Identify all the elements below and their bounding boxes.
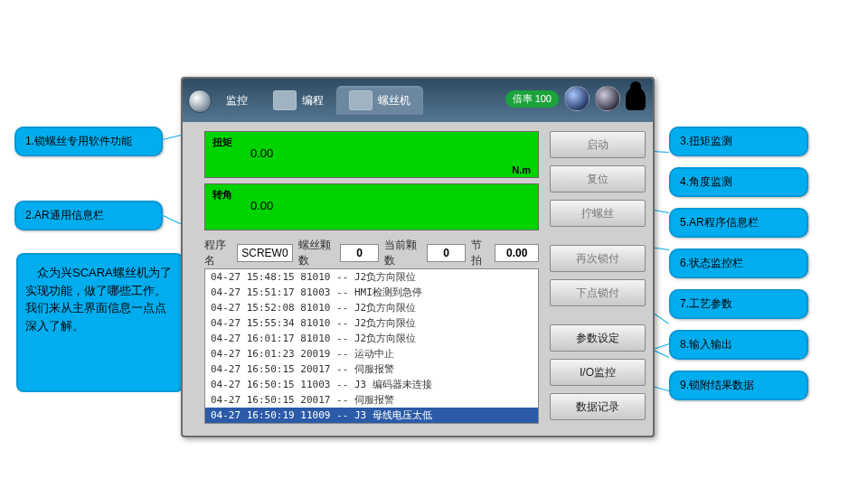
angle-value: 0.00	[250, 199, 273, 212]
total-value: 0	[340, 244, 380, 262]
torque-value: 0.00	[250, 146, 273, 160]
callout-4: 4.角度监测	[669, 167, 808, 197]
prog-name-value[interactable]: SCREW0	[237, 244, 292, 262]
angle-label: 转角	[212, 188, 232, 202]
reset-button[interactable]: 复位	[550, 165, 646, 192]
feed-button[interactable]: 拧螺丝	[550, 200, 646, 227]
total-label: 螺丝颗数	[298, 238, 335, 268]
log-row[interactable]: 04-27 15:51:17 81003 -- HMI检测到急停	[205, 285, 538, 300]
again-button[interactable]: 再次锁付	[550, 245, 646, 272]
callout-9: 9.锁附结果数据	[669, 371, 808, 400]
tab-program[interactable]: 编程	[260, 86, 336, 115]
hmi-titlebar: 监控 编程 螺丝机 倍率 100	[183, 79, 653, 122]
io-button[interactable]: I/O监控	[550, 359, 646, 386]
callout-3: 3.扭矩监测	[669, 127, 808, 156]
callout-2: 2.AR通用信息栏	[14, 201, 163, 230]
data-button[interactable]: 数据记录	[550, 393, 646, 420]
ct-value: 0.00	[495, 244, 539, 262]
tab-monitor[interactable]: 监控	[213, 86, 260, 115]
rate-pill[interactable]: 倍率 100	[505, 90, 559, 108]
log-row[interactable]: 04-27 15:52:08 81010 -- J2负方向限位	[205, 300, 538, 315]
gear-icon	[188, 89, 212, 113]
params-button[interactable]: 参数设定	[550, 324, 646, 352]
current-value: 0	[427, 244, 467, 262]
log-row-selected[interactable]: 04-27 16:50:19 11009 -- J3 母线电压太低	[205, 408, 538, 423]
screw-icon	[349, 90, 373, 110]
status-orb-icon	[564, 86, 590, 111]
user-icon[interactable]	[626, 87, 646, 110]
log-row[interactable]: 04-27 16:50:15 11003 -- J3 编码器未连接	[205, 377, 538, 392]
hmi-window: 监控 编程 螺丝机 倍率 100 扭矩 0.00 N.m 转角 0.00	[181, 77, 655, 437]
prog-name-label: 程序名	[204, 238, 231, 268]
log-row[interactable]: 04-27 16:01:23 20019 -- 运动中止	[205, 346, 538, 361]
orb2-icon	[595, 86, 620, 111]
torque-unit: N.m	[512, 164, 531, 175]
log-row[interactable]: 04-27 16:50:15 20017 -- 伺服报警	[205, 361, 538, 377]
angle-panel: 转角 0.00	[204, 183, 539, 230]
callout-5: 5.AR程序信息栏	[669, 208, 808, 238]
next-button[interactable]: 下点锁付	[550, 279, 646, 306]
callout-7: 7.工艺参数	[669, 289, 808, 319]
torque-panel: 扭矩 0.00 N.m	[204, 131, 539, 178]
callout-1: 1.锁螺丝专用软件功能	[14, 127, 163, 156]
ct-label: 节拍	[471, 238, 489, 268]
log-row[interactable]: 04-27 15:55:34 81010 -- J2负方向限位	[205, 315, 538, 331]
status-log[interactable]: 04-27 15:48:15 81010 -- J2负方向限位 04-27 15…	[204, 268, 539, 424]
start-button[interactable]: 启动	[550, 131, 646, 158]
log-row[interactable]: 04-27 16:01:17 81010 -- J2负方向限位	[205, 331, 538, 346]
callout-8: 8.输入输出	[669, 330, 808, 360]
current-label: 当前颗数	[384, 238, 420, 268]
torque-label: 扭矩	[212, 136, 232, 149]
description-box: 众为兴SCARA螺丝机为了实现功能，做了哪些工作。我们来从主界面信息一点点深入了…	[16, 253, 184, 392]
callout-6: 6.状态监控栏	[669, 249, 808, 278]
program-info-row: 程序名 SCREW0 螺丝颗数 0 当前颗数 0 节拍 0.00	[204, 243, 539, 263]
log-row[interactable]: 04-27 15:48:15 81010 -- J2负方向限位	[205, 269, 538, 285]
program-icon	[273, 90, 297, 110]
log-row[interactable]: 04-27 16:50:15 20017 -- 伺服报警	[205, 392, 538, 408]
tab-screw[interactable]: 螺丝机	[336, 86, 423, 115]
